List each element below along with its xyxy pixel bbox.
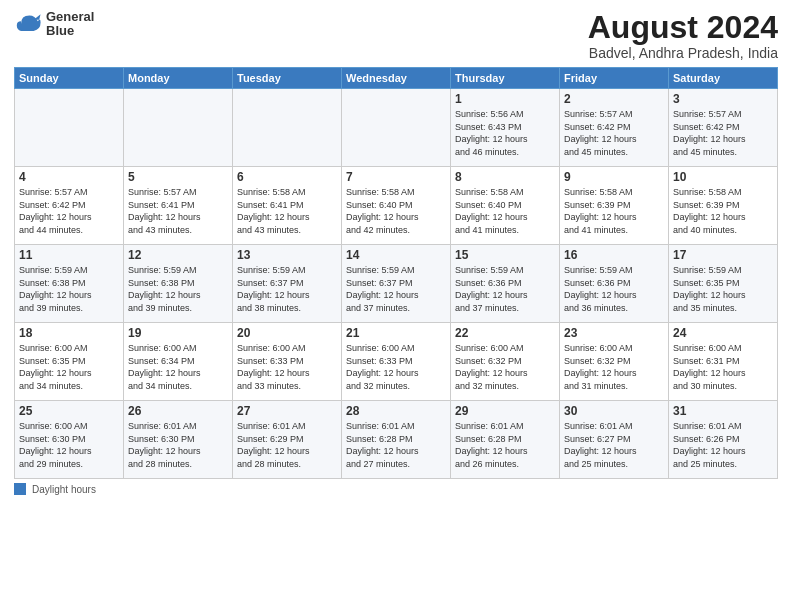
day-number: 25	[19, 404, 119, 418]
week-row-3: 11Sunrise: 5:59 AM Sunset: 6:38 PM Dayli…	[15, 245, 778, 323]
day-info: Sunrise: 6:00 AM Sunset: 6:34 PM Dayligh…	[128, 342, 228, 392]
calendar-cell: 15Sunrise: 5:59 AM Sunset: 6:36 PM Dayli…	[451, 245, 560, 323]
calendar-cell: 25Sunrise: 6:00 AM Sunset: 6:30 PM Dayli…	[15, 401, 124, 479]
legend-row: Daylight hours	[14, 483, 778, 495]
calendar-cell: 7Sunrise: 5:58 AM Sunset: 6:40 PM Daylig…	[342, 167, 451, 245]
day-info: Sunrise: 6:00 AM Sunset: 6:33 PM Dayligh…	[237, 342, 337, 392]
calendar-cell: 30Sunrise: 6:01 AM Sunset: 6:27 PM Dayli…	[560, 401, 669, 479]
day-info: Sunrise: 6:01 AM Sunset: 6:28 PM Dayligh…	[455, 420, 555, 470]
calendar-cell: 22Sunrise: 6:00 AM Sunset: 6:32 PM Dayli…	[451, 323, 560, 401]
day-number: 17	[673, 248, 773, 262]
day-info: Sunrise: 6:00 AM Sunset: 6:32 PM Dayligh…	[455, 342, 555, 392]
day-info: Sunrise: 5:59 AM Sunset: 6:36 PM Dayligh…	[564, 264, 664, 314]
day-info: Sunrise: 5:57 AM Sunset: 6:42 PM Dayligh…	[673, 108, 773, 158]
day-number: 20	[237, 326, 337, 340]
calendar-cell: 24Sunrise: 6:00 AM Sunset: 6:31 PM Dayli…	[669, 323, 778, 401]
title-block: August 2024 Badvel, Andhra Pradesh, Indi…	[588, 10, 778, 61]
day-number: 29	[455, 404, 555, 418]
day-info: Sunrise: 6:01 AM Sunset: 6:29 PM Dayligh…	[237, 420, 337, 470]
day-number: 4	[19, 170, 119, 184]
weekday-header-friday: Friday	[560, 68, 669, 89]
day-number: 2	[564, 92, 664, 106]
day-number: 24	[673, 326, 773, 340]
day-number: 27	[237, 404, 337, 418]
calendar-cell: 17Sunrise: 5:59 AM Sunset: 6:35 PM Dayli…	[669, 245, 778, 323]
calendar-cell: 11Sunrise: 5:59 AM Sunset: 6:38 PM Dayli…	[15, 245, 124, 323]
day-info: Sunrise: 5:56 AM Sunset: 6:43 PM Dayligh…	[455, 108, 555, 158]
day-number: 14	[346, 248, 446, 262]
weekday-header-sunday: Sunday	[15, 68, 124, 89]
day-number: 21	[346, 326, 446, 340]
calendar-table: SundayMondayTuesdayWednesdayThursdayFrid…	[14, 67, 778, 479]
calendar-cell: 26Sunrise: 6:01 AM Sunset: 6:30 PM Dayli…	[124, 401, 233, 479]
day-number: 9	[564, 170, 664, 184]
day-number: 11	[19, 248, 119, 262]
week-row-5: 25Sunrise: 6:00 AM Sunset: 6:30 PM Dayli…	[15, 401, 778, 479]
calendar-cell: 16Sunrise: 5:59 AM Sunset: 6:36 PM Dayli…	[560, 245, 669, 323]
day-info: Sunrise: 6:00 AM Sunset: 6:32 PM Dayligh…	[564, 342, 664, 392]
day-number: 16	[564, 248, 664, 262]
day-info: Sunrise: 5:58 AM Sunset: 6:39 PM Dayligh…	[673, 186, 773, 236]
day-number: 3	[673, 92, 773, 106]
day-info: Sunrise: 5:59 AM Sunset: 6:38 PM Dayligh…	[19, 264, 119, 314]
day-number: 22	[455, 326, 555, 340]
logo-line2: Blue	[46, 24, 94, 38]
logo: General Blue	[14, 10, 94, 39]
day-info: Sunrise: 5:58 AM Sunset: 6:41 PM Dayligh…	[237, 186, 337, 236]
logo-line1: General	[46, 10, 94, 24]
day-info: Sunrise: 5:57 AM Sunset: 6:42 PM Dayligh…	[564, 108, 664, 158]
calendar-cell: 13Sunrise: 5:59 AM Sunset: 6:37 PM Dayli…	[233, 245, 342, 323]
calendar-cell: 19Sunrise: 6:00 AM Sunset: 6:34 PM Dayli…	[124, 323, 233, 401]
day-info: Sunrise: 6:01 AM Sunset: 6:26 PM Dayligh…	[673, 420, 773, 470]
day-info: Sunrise: 5:57 AM Sunset: 6:42 PM Dayligh…	[19, 186, 119, 236]
logo-text: General Blue	[46, 10, 94, 39]
calendar-cell: 18Sunrise: 6:00 AM Sunset: 6:35 PM Dayli…	[15, 323, 124, 401]
day-info: Sunrise: 5:57 AM Sunset: 6:41 PM Dayligh…	[128, 186, 228, 236]
calendar-cell: 20Sunrise: 6:00 AM Sunset: 6:33 PM Dayli…	[233, 323, 342, 401]
week-row-2: 4Sunrise: 5:57 AM Sunset: 6:42 PM Daylig…	[15, 167, 778, 245]
main-title: August 2024	[588, 10, 778, 45]
day-info: Sunrise: 5:59 AM Sunset: 6:36 PM Dayligh…	[455, 264, 555, 314]
day-info: Sunrise: 6:01 AM Sunset: 6:30 PM Dayligh…	[128, 420, 228, 470]
calendar-cell: 3Sunrise: 5:57 AM Sunset: 6:42 PM Daylig…	[669, 89, 778, 167]
calendar-cell: 21Sunrise: 6:00 AM Sunset: 6:33 PM Dayli…	[342, 323, 451, 401]
logo-icon	[14, 10, 42, 38]
calendar-cell: 1Sunrise: 5:56 AM Sunset: 6:43 PM Daylig…	[451, 89, 560, 167]
weekday-header-thursday: Thursday	[451, 68, 560, 89]
day-info: Sunrise: 5:59 AM Sunset: 6:38 PM Dayligh…	[128, 264, 228, 314]
day-number: 10	[673, 170, 773, 184]
calendar-cell	[342, 89, 451, 167]
day-number: 15	[455, 248, 555, 262]
day-number: 31	[673, 404, 773, 418]
day-number: 23	[564, 326, 664, 340]
day-info: Sunrise: 6:00 AM Sunset: 6:35 PM Dayligh…	[19, 342, 119, 392]
day-info: Sunrise: 5:58 AM Sunset: 6:40 PM Dayligh…	[455, 186, 555, 236]
day-info: Sunrise: 5:58 AM Sunset: 6:40 PM Dayligh…	[346, 186, 446, 236]
day-info: Sunrise: 5:59 AM Sunset: 6:37 PM Dayligh…	[237, 264, 337, 314]
calendar-cell: 28Sunrise: 6:01 AM Sunset: 6:28 PM Dayli…	[342, 401, 451, 479]
day-info: Sunrise: 6:00 AM Sunset: 6:31 PM Dayligh…	[673, 342, 773, 392]
calendar-cell: 4Sunrise: 5:57 AM Sunset: 6:42 PM Daylig…	[15, 167, 124, 245]
day-info: Sunrise: 6:00 AM Sunset: 6:30 PM Dayligh…	[19, 420, 119, 470]
calendar-cell: 10Sunrise: 5:58 AM Sunset: 6:39 PM Dayli…	[669, 167, 778, 245]
calendar-cell: 9Sunrise: 5:58 AM Sunset: 6:39 PM Daylig…	[560, 167, 669, 245]
weekday-header-wednesday: Wednesday	[342, 68, 451, 89]
legend-box	[14, 483, 26, 495]
calendar-cell: 27Sunrise: 6:01 AM Sunset: 6:29 PM Dayli…	[233, 401, 342, 479]
day-info: Sunrise: 6:00 AM Sunset: 6:33 PM Dayligh…	[346, 342, 446, 392]
day-number: 7	[346, 170, 446, 184]
calendar-cell	[15, 89, 124, 167]
subtitle: Badvel, Andhra Pradesh, India	[588, 45, 778, 61]
calendar-cell: 29Sunrise: 6:01 AM Sunset: 6:28 PM Dayli…	[451, 401, 560, 479]
day-info: Sunrise: 5:59 AM Sunset: 6:37 PM Dayligh…	[346, 264, 446, 314]
calendar-cell	[233, 89, 342, 167]
legend-label: Daylight hours	[32, 484, 96, 495]
day-number: 30	[564, 404, 664, 418]
day-number: 18	[19, 326, 119, 340]
day-number: 12	[128, 248, 228, 262]
day-info: Sunrise: 5:58 AM Sunset: 6:39 PM Dayligh…	[564, 186, 664, 236]
day-number: 26	[128, 404, 228, 418]
day-number: 19	[128, 326, 228, 340]
calendar-cell: 6Sunrise: 5:58 AM Sunset: 6:41 PM Daylig…	[233, 167, 342, 245]
weekday-header-saturday: Saturday	[669, 68, 778, 89]
